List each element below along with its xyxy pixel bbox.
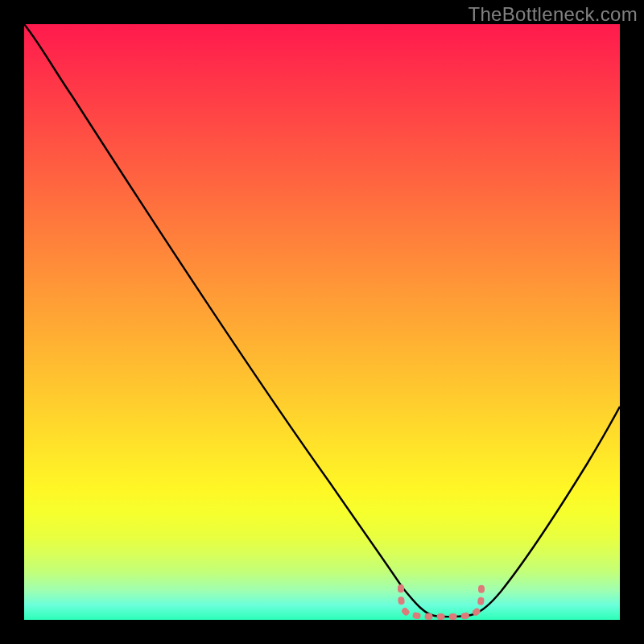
bottleneck-curve-svg [24, 24, 620, 620]
bottleneck-curve-path [24, 24, 620, 617]
flat-region-marker [401, 588, 481, 617]
chart-container: TheBottleneck.com [0, 0, 644, 644]
watermark-text: TheBottleneck.com [468, 3, 638, 26]
plot-area [24, 24, 620, 620]
